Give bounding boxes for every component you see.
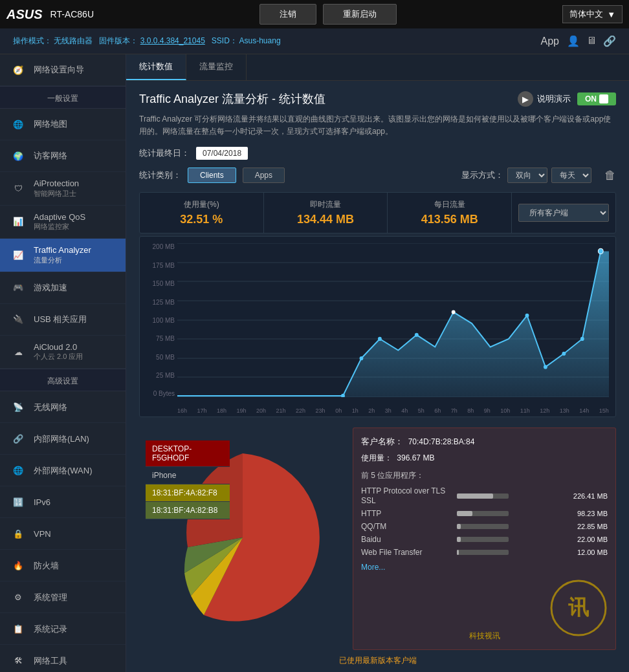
apps-filter-button[interactable]: Apps: [243, 168, 285, 183]
app-bar-bg-webfile: [457, 550, 509, 555]
lan-label: 内部网络(LAN): [34, 434, 89, 444]
client-row-iphone[interactable]: iPhone: [146, 467, 230, 484]
svg-point-15: [525, 314, 529, 318]
layout: 🧭 网络设置向导 一般设置 🌐 网络地图 🌍 访客网络 🛡 AiProtecti…: [0, 54, 629, 672]
client-label-mac1: 18:31:BF:4A:82:F8: [152, 488, 217, 497]
watermark-area: 讯: [361, 579, 608, 637]
traffic-sublabel: 流量分析: [34, 255, 91, 265]
app-row-http: HTTP 98.23 MB: [361, 509, 608, 518]
sidebar-item-network-map[interactable]: 🌐 网络地图: [0, 109, 126, 140]
instant-stat: 即时流量 134.44 MB: [264, 193, 388, 233]
map-label: 网络地图: [34, 119, 67, 129]
tab-stats[interactable]: 统计数值: [126, 54, 186, 80]
svg-point-16: [544, 365, 547, 369]
sidebar-item-traffic-analyzer[interactable]: 📈 Traffic Analyzer 流量分析: [0, 239, 126, 272]
x-label-4h: 4h: [401, 407, 408, 414]
x-label-1h: 1h: [352, 407, 359, 414]
app-name-webfile: Web File Transfer: [361, 548, 452, 557]
firmware-link[interactable]: 3.0.0.4.384_21045: [140, 36, 205, 45]
sidebar-item-guest-network[interactable]: 🌍 访客网络: [0, 140, 126, 172]
restart-button[interactable]: 重新启动: [323, 4, 397, 25]
sidebar-item-vpn[interactable]: 🔒 VPN: [0, 518, 126, 550]
svg-point-11: [360, 356, 364, 360]
trash-icon[interactable]: 🗑: [604, 169, 616, 182]
status-icons: 👤 🖥 🔗: [567, 35, 616, 47]
direction-select[interactable]: 双向 上行 下行: [507, 168, 547, 183]
cancel-button[interactable]: 注销: [259, 4, 316, 25]
svg-point-19: [598, 249, 603, 254]
app-bar-fill-webfile: [457, 550, 459, 555]
sidebar-item-usb[interactable]: 🔌 USB 相关应用: [0, 304, 126, 336]
app-size-http: 98.23 MB: [562, 510, 608, 517]
client-list: DESKTOP-F5GHODF iPhone 18:31:BF:4A:82:F8…: [146, 440, 230, 519]
sidebar: 🧭 网络设置向导 一般设置 🌐 网络地图 🌍 访客网络 🛡 AiProtecti…: [0, 54, 126, 672]
client-row-mac1[interactable]: 18:31:BF:4A:82:F8: [146, 484, 230, 502]
share-icon[interactable]: 🔗: [603, 35, 616, 47]
top-bar: ASUS RT-AC86U 注销 重新启动 简体中文 ▼: [0, 0, 629, 28]
period-select[interactable]: 每天 每周 每月: [551, 168, 591, 183]
sidebar-item-ipv6[interactable]: 🔢 IPv6: [0, 486, 126, 518]
screen-icon[interactable]: 🖥: [586, 35, 597, 47]
logo: ASUS RT-AC86U: [6, 7, 94, 22]
date-row: 统计最终日： 07/04/2018: [139, 147, 616, 160]
title-right: ▶ 说明演示 ON: [518, 91, 616, 107]
map-icon: 🌐: [9, 115, 27, 133]
demo-button[interactable]: ▶ 说明演示: [518, 91, 571, 107]
y-label-75: 75 MB: [142, 335, 175, 342]
sidebar-item-aiprotection[interactable]: 🛡 AiProtection 智能网络卫士: [0, 172, 126, 206]
more-link[interactable]: More...: [361, 561, 608, 572]
sidebar-item-aicloud[interactable]: ☁ AiCloud 2.0 个人云 2.0 应用: [0, 336, 126, 369]
tools-icon: 🛠: [9, 651, 27, 669]
client-row-mac2[interactable]: 18:31:BF:4A:82:B8: [146, 502, 230, 519]
x-label-22h: 22h: [296, 407, 305, 414]
sidebar-item-syslog[interactable]: 📋 系统记录: [0, 613, 126, 645]
qos-sublabel: 网络监控家: [34, 222, 85, 232]
x-labels: 16h 17h 18h 19h 20h 21h 22h 23h 0h 1h 2h…: [177, 407, 609, 414]
sidebar-item-admin[interactable]: ⚙ 系统管理: [0, 581, 126, 613]
client-dropdown[interactable]: 所有客户端: [518, 204, 609, 222]
instant-value: 134.44 MB: [270, 213, 381, 226]
chart-svg: [177, 243, 609, 397]
sidebar-item-tools[interactable]: 🛠 网络工具: [0, 645, 126, 672]
section-general: 一般设置: [0, 86, 126, 109]
x-label-13h: 13h: [560, 407, 569, 414]
sidebar-item-wireless[interactable]: 📡 无线网络: [0, 391, 126, 423]
client-name-label: 客户名称：: [361, 437, 403, 446]
sidebar-item-game[interactable]: 🎮 游戏加速: [0, 272, 126, 304]
legend-client-name-row: 客户名称： 70:4D:7B:28:BA:84: [361, 436, 608, 448]
app-size-https: 226.41 MB: [562, 492, 608, 500]
sidebar-item-firewall[interactable]: 🔥 防火墙: [0, 550, 126, 581]
sidebar-item-adaptive-qos[interactable]: 📊 Adaptive QoS 网络监控家: [0, 206, 126, 239]
x-label-3h: 3h: [385, 407, 392, 414]
toggle-handle: [599, 94, 608, 103]
sidebar-item-wan[interactable]: 🌐 外部网络(WAN): [0, 455, 126, 486]
game-label: 游戏加速: [34, 283, 67, 293]
tab-flow-monitor[interactable]: 流量监控: [186, 54, 247, 80]
firewall-icon: 🔥: [9, 556, 27, 574]
date-value: 07/04/2018: [196, 147, 248, 160]
sidebar-item-network-wizard[interactable]: 🧭 网络设置向导: [0, 54, 126, 86]
bottom-note: 已使用最新版本客户端: [139, 655, 616, 666]
sidebar-item-lan[interactable]: 🔗 内部网络(LAN): [0, 423, 126, 455]
client-name-value: 70:4D:7B:28:BA:84: [408, 437, 475, 446]
x-label-23h: 23h: [316, 407, 326, 414]
client-row-desktop[interactable]: DESKTOP-F5GHODF: [146, 440, 230, 467]
ssid-value[interactable]: Asus-huang: [239, 36, 281, 45]
app-bar-bg-qq: [457, 524, 509, 529]
lang-select[interactable]: 简体中文 ▼: [562, 5, 623, 23]
tools-label: 网络工具: [34, 656, 67, 666]
person-icon[interactable]: 👤: [567, 35, 580, 47]
demo-label: 说明演示: [537, 93, 571, 105]
clients-filter-button[interactable]: Clients: [188, 168, 236, 183]
aicloud-label: AiCloud 2.0: [34, 342, 83, 352]
logo-model: RT-AC86U: [50, 9, 94, 19]
firewall-label: 防火墙: [34, 561, 59, 571]
app-size-baidu: 22.00 MB: [562, 536, 608, 543]
client-label-iphone: iPhone: [152, 471, 176, 480]
more-label[interactable]: More...: [361, 563, 385, 572]
x-label-21h: 21h: [276, 407, 286, 414]
syslog-icon: 📋: [9, 620, 27, 638]
toggle-on-button[interactable]: ON: [577, 92, 616, 105]
svg-text:讯: 讯: [568, 596, 590, 619]
app-row-webfile: Web File Transfer 12.00 MB: [361, 548, 608, 557]
